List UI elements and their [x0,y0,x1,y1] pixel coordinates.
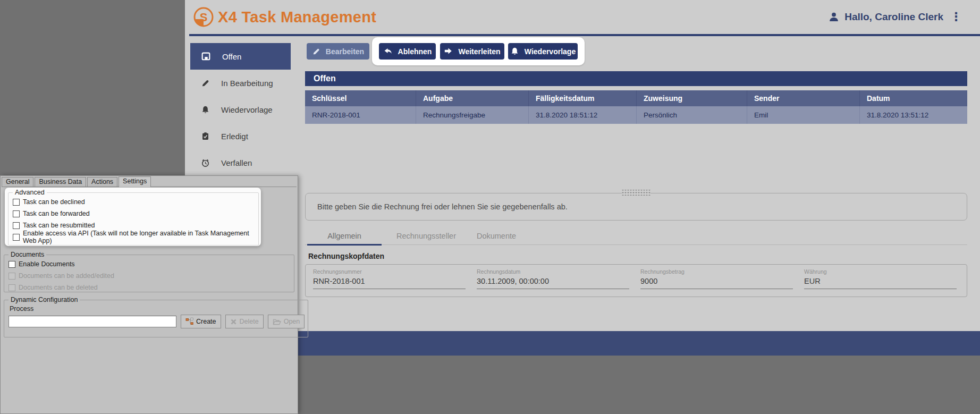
table-row[interactable]: RNR-2018-001Rechnungsfreigabe31.8.2020 1… [305,106,967,124]
button-label: Open [284,318,300,325]
advanced-group-title: Advanced [13,189,47,196]
clipboard-check-icon [201,132,210,141]
header-divider [189,34,980,36]
checkbox-label: Task can be declined [23,198,85,206]
field-value: 30.11.2009, 00:00:00 [477,275,629,289]
tab-dokumente[interactable]: Dokumente [469,227,524,244]
advanced-checkbox-list: Task can be declinedTask can be forwarde… [13,196,255,243]
sidebar: OffenIn BearbeitungWiedervorlageErledigt… [190,43,291,176]
wiedervorlage-button[interactable]: Wiedervorlage [508,43,578,60]
instruction-panel: Bitte geben Sie die Rechnung frei oder l… [305,193,967,221]
checkbox-row: Documents can be added/edited [9,270,291,282]
sidebar-item-erledigt[interactable]: Erledigt [190,123,291,149]
delete-button: Delete [225,315,264,328]
sidebar-item-label: Erledigt [221,132,248,141]
checkbox [9,284,15,291]
checkbox-label: Task can be resubmitted [23,222,95,229]
user-greeting: Hallo, Caroline Clerk [844,11,943,23]
checkbox-row: Documents can be deleted [9,282,291,293]
field-währung: WährungEUR [804,268,957,297]
sidebar-item-label: Offen [222,52,241,61]
sidebar-item-wiedervorlage[interactable]: Wiedervorlage [190,96,291,123]
checkbox-label: Task can be forwarded [23,210,90,217]
folder-icon [273,318,281,325]
ablehnen-button[interactable]: Ablehnen [379,43,436,60]
checkbox[interactable] [13,210,20,217]
inbox-icon [201,52,211,62]
edit-button-label: Bearbeiten [326,47,364,56]
process-buttons: CreateDeleteOpen [181,315,305,328]
table-cell: RNR-2018-001 [305,106,416,124]
checkbox[interactable] [13,199,20,206]
instruction-text: Bitte geben Sie die Rechnung frei oder l… [317,202,568,211]
column-header-zuweisung[interactable]: Zuweisung [636,90,747,106]
table-cell: 31.8.2020 13:51:12 [859,106,967,124]
sidebar-item-offen[interactable]: Offen [190,43,291,70]
field-label: Währung [804,268,957,275]
pencil-icon [312,47,320,56]
task-settings-dialog: GeneralBusiness DataActionsSettings Adva… [0,175,298,414]
org-chart-icon [185,318,193,325]
pencil-icon [201,79,210,88]
table-cell: Rechnungsfreigabe [416,106,528,124]
column-header-schlüssel[interactable]: Schlüssel [305,90,416,106]
sidebar-item-label: In Bearbeitung [221,79,273,88]
edit-button[interactable]: Bearbeiten [307,43,369,60]
sidebar-item-verfallen[interactable]: Verfallen [190,149,291,176]
sidebar-item-label: Wiedervorlage [221,105,273,114]
x-icon [230,318,237,325]
dialog-tab-business-data[interactable]: Business Data [35,177,86,187]
checkbox[interactable] [13,234,20,241]
sidebar-item-in-bearbeitung[interactable]: In Bearbeitung [190,70,291,96]
weiterleiten-button[interactable]: Weiterleiten [440,43,504,60]
task-list-title: Offen [305,71,967,86]
detail-tab-bar: AllgemeinRechnungsstellerDokumente [305,227,967,245]
checkbox-row: Task can be forwarded [13,208,255,219]
process-input[interactable] [9,316,176,327]
checkbox-label: Documents can be added/edited [19,272,114,280]
dialog-tab-actions[interactable]: Actions [87,177,117,187]
dialog-tab-general[interactable]: General [2,177,33,187]
drag-handle-icon[interactable] [622,190,650,196]
dialog-tab-settings[interactable]: Settings [119,176,151,187]
forward-arrow-icon [443,47,453,56]
process-row: CreateDeleteOpen [9,315,305,328]
checkbox-label: Documents can be deleted [19,284,98,291]
field-value: 9000 [640,275,793,289]
user-menu[interactable]: Hallo, Caroline Clerk ⋮ [828,11,964,23]
advanced-settings-popup: Advanced Task can be declinedTask can be… [5,188,261,246]
alarm-clock-icon [201,158,210,167]
column-header-fälligkeitsdatum[interactable]: Fälligkeitsdatum [528,90,636,106]
x4-logo-icon: S [193,6,214,28]
checkbox-row: Enable Documents [9,258,291,270]
section-title: Rechnungskopfdaten [308,252,384,260]
task-table-header: SchlüsselAufgabeFälligkeitsdatumZuweisun… [305,90,967,106]
table-cell: Persönlich [636,106,747,124]
advanced-group: Advanced Task can be declinedTask can be… [8,189,259,246]
action-button-group: AblehnenWeiterleitenWiedervorlage [372,37,585,65]
dynamic-configuration-group: Dynamic Configuration Process CreateDele… [4,296,308,337]
process-label: Process [10,305,305,312]
checkbox[interactable] [13,222,20,229]
field-rechnungsnummer: RechnungsnummerRNR-2018-001 [313,268,466,297]
column-header-sender[interactable]: Sender [747,90,859,106]
sidebar-item-label: Verfallen [221,158,252,167]
reply-arrow-icon [383,47,393,56]
column-header-aufgabe[interactable]: Aufgabe [416,90,528,106]
table-cell: Emil [747,106,859,124]
documents-checkbox-list: Enable DocumentsDocuments can be added/e… [9,258,291,293]
tab-allgemein[interactable]: Allgemein [305,227,384,244]
button-label: Create [196,318,216,325]
field-label: Rechnungsdatum [477,268,629,275]
tab-rechnungssteller[interactable]: Rechnungssteller [384,227,469,244]
field-value: RNR-2018-001 [313,275,466,289]
create-button[interactable]: Create [181,315,221,328]
checkbox-label: Enable access via API (Task will not be … [23,230,255,244]
field-label: Rechnungsbetrag [640,268,793,275]
kebab-menu-icon[interactable]: ⋮ [948,11,964,23]
column-header-datum[interactable]: Datum [859,90,967,106]
invoice-header-fields: RechnungsnummerRNR-2018-001Rechnungsdatu… [305,264,967,297]
checkbox [9,273,15,280]
checkbox[interactable] [9,261,15,268]
open-button: Open [268,315,305,328]
